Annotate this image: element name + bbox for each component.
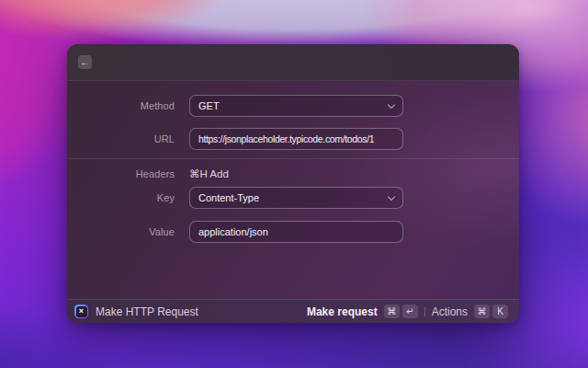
footer-separator <box>424 307 425 316</box>
return-key-icon: ↵ <box>402 305 418 318</box>
extension-glyph-icon: × <box>76 306 87 317</box>
footer-actions: Make request ⌘ ↵ Actions ⌘ K <box>307 305 508 318</box>
http-request-extension-icon: × <box>74 305 88 318</box>
key-value: Content-Type <box>198 192 259 203</box>
make-request-shortcut: ⌘ ↵ <box>384 305 418 318</box>
action-bar: × Make HTTP Request Make request ⌘ ↵ Act… <box>67 299 519 323</box>
k-key-icon: K <box>492 305 508 318</box>
key-select[interactable]: Content-Type <box>189 187 403 209</box>
url-label: URL <box>67 133 175 144</box>
section-divider <box>67 158 519 159</box>
chevron-down-icon <box>388 100 395 108</box>
form-area: Method GET URL https://jsonplaceholder.t… <box>67 81 519 299</box>
chevron-down-icon <box>388 192 395 200</box>
command-key-icon: ⌘ <box>384 305 400 318</box>
raycast-window: ← Method GET URL https://jsonplaceholder… <box>67 44 519 323</box>
headers-row: Headers ⌘H Add <box>67 167 519 181</box>
method-value: GET <box>198 100 220 111</box>
value-input[interactable]: application/json <box>189 221 403 243</box>
url-input[interactable]: https://jsonplaceholder.typicode.com/tod… <box>189 128 403 150</box>
back-arrow-icon: ← <box>81 58 90 67</box>
method-label: Method <box>67 100 175 111</box>
value-value: application/json <box>198 226 268 237</box>
method-select[interactable]: GET <box>189 95 403 117</box>
header-key-row: Key Content-Type <box>67 187 519 209</box>
make-request-button[interactable]: Make request <box>307 305 378 318</box>
key-label: Key <box>67 192 175 203</box>
method-row: Method GET <box>67 95 519 117</box>
header-value-row: Value application/json <box>67 221 519 243</box>
headers-label: Headers <box>67 168 175 179</box>
titlebar: ← <box>67 44 519 81</box>
url-row: URL https://jsonplaceholder.typicode.com… <box>67 128 519 150</box>
url-value: https://jsonplaceholder.typicode.com/tod… <box>198 133 374 144</box>
desktop-wallpaper: { "window": { "titlebar": { "back_icon":… <box>0 0 588 368</box>
back-button[interactable]: ← <box>78 55 92 69</box>
extension-title: Make HTTP Request <box>96 305 198 318</box>
command-key-icon: ⌘ <box>474 305 490 318</box>
value-label: Value <box>67 226 175 237</box>
actions-shortcut: ⌘ K <box>474 305 508 318</box>
actions-button[interactable]: Actions <box>432 305 468 318</box>
add-header-button[interactable]: ⌘H Add <box>189 167 229 180</box>
